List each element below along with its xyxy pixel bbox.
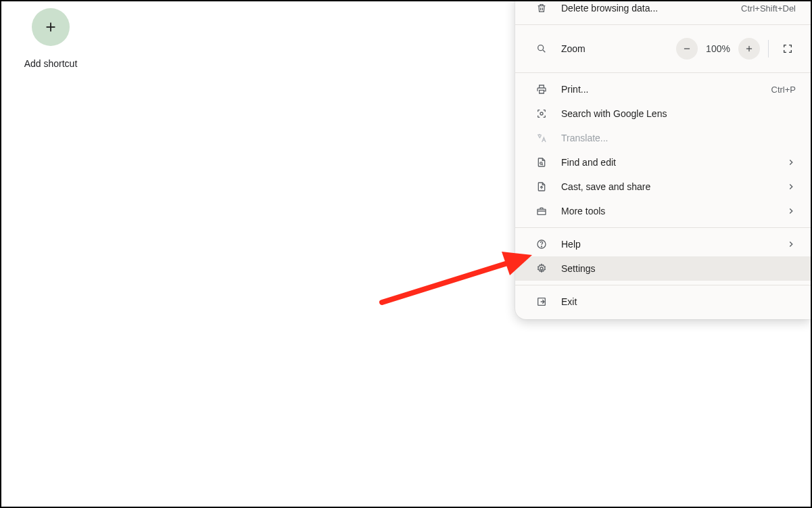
svg-rect-1 [684, 48, 690, 49]
menu-item-print[interactable]: Print... Ctrl+P [515, 77, 811, 101]
help-icon [535, 238, 548, 250]
fullscreen-button[interactable] [777, 38, 798, 60]
menu-label: More tools [561, 206, 773, 216]
find-document-icon [535, 156, 548, 168]
menu-label: Cast, save and share [561, 181, 773, 192]
plus-icon [43, 20, 58, 34]
menu-item-exit[interactable]: Exit [515, 290, 811, 314]
menu-shortcut: Ctrl+Shift+Del [741, 3, 796, 14]
menu-item-delete-browsing-data[interactable]: Delete browsing data... Ctrl+Shift+Del [515, 0, 811, 20]
toolbox-icon [535, 205, 548, 217]
chevron-right-icon [786, 182, 796, 191]
zoom-controls: 100% [676, 38, 798, 60]
svg-point-0 [538, 45, 544, 51]
svg-rect-3 [748, 46, 749, 51]
minus-icon [682, 44, 692, 53]
menu-label: Print... [561, 84, 758, 95]
menu-item-find-edit[interactable]: Find and edit [515, 150, 811, 175]
zoom-out-button[interactable] [676, 38, 698, 60]
menu-item-settings[interactable]: Settings [515, 256, 811, 281]
trash-icon [535, 2, 548, 14]
lens-icon [535, 108, 548, 120]
menu-item-cast-save-share[interactable]: Cast, save and share [515, 175, 811, 199]
chevron-right-icon [786, 239, 796, 249]
menu-item-help[interactable]: Help [515, 232, 811, 256]
annotation-arrow [377, 245, 539, 313]
translate-icon [535, 132, 548, 144]
svg-point-9 [540, 267, 543, 270]
plus-icon [744, 44, 754, 53]
chevron-right-icon [786, 158, 796, 167]
gear-icon [535, 262, 548, 275]
menu-separator [515, 72, 811, 73]
chevron-right-icon [786, 206, 796, 216]
menu-item-more-tools[interactable]: More tools [515, 199, 811, 223]
menu-separator [515, 24, 811, 25]
add-shortcut-label: Add shortcut [20, 58, 81, 69]
zoom-value: 100% [703, 43, 733, 54]
menu-item-google-lens[interactable]: Search with Google Lens [515, 101, 811, 126]
svg-rect-6 [538, 209, 546, 214]
svg-point-8 [541, 246, 542, 247]
zoom-label: Zoom [561, 43, 663, 54]
menu-label: Settings [561, 263, 796, 274]
svg-point-4 [540, 112, 543, 115]
fullscreen-icon [782, 43, 793, 54]
exit-icon [535, 296, 548, 308]
menu-label: Search with Google Lens [561, 108, 796, 119]
menu-separator [515, 227, 811, 228]
divider [768, 40, 769, 57]
menu-label: Help [561, 239, 773, 250]
menu-label: Delete browsing data... [561, 3, 727, 14]
menu-separator [515, 285, 811, 285]
printer-icon [535, 83, 548, 95]
svg-line-11 [382, 262, 512, 302]
browser-menu: Delete browsing data... Ctrl+Shift+Del Z… [515, 0, 811, 319]
menu-item-translate: Translate... [515, 126, 811, 150]
menu-item-zoom: Zoom 100% [515, 29, 811, 68]
magnifier-icon [535, 43, 548, 55]
zoom-in-button[interactable] [738, 38, 760, 60]
svg-point-5 [540, 162, 542, 164]
add-shortcut-tile[interactable]: Add shortcut [20, 8, 81, 69]
menu-label: Exit [561, 296, 796, 307]
menu-label: Translate... [561, 133, 796, 143]
menu-shortcut: Ctrl+P [771, 85, 796, 95]
add-shortcut-button[interactable] [32, 8, 70, 46]
menu-label: Find and edit [561, 157, 773, 168]
cast-icon [535, 181, 548, 193]
